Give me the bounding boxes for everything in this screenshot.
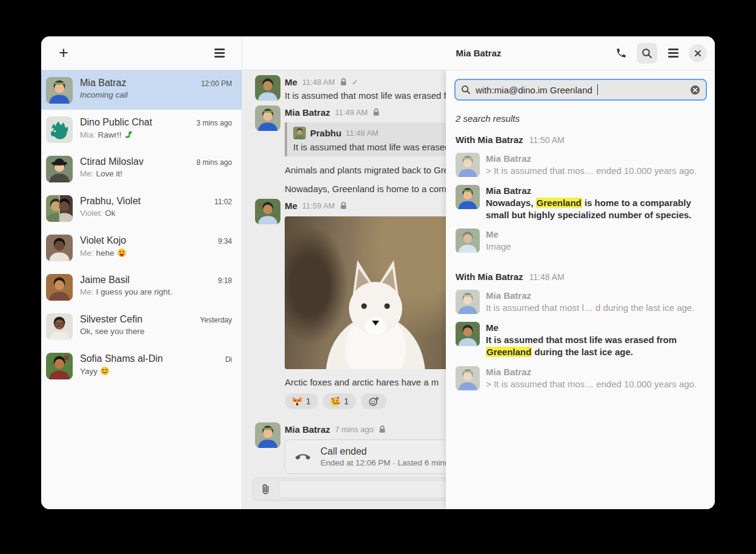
conversation-preview: Yayy (80, 366, 232, 376)
avatar (46, 274, 73, 301)
conversation-preview: Me:hehe (80, 248, 232, 258)
result-sender: Me (486, 229, 706, 241)
desktop: { "window": { "title": "Mia Batraz" }, "… (0, 0, 756, 554)
search-result[interactable]: Mia Batraz It is assumed that most l… d … (454, 287, 707, 317)
message-sender: Mia Batraz (285, 107, 330, 118)
quote-time: 11:48 AM (346, 128, 379, 138)
menu-icon (668, 48, 678, 57)
delivered-check-icon: ✓ (352, 78, 359, 87)
close-button[interactable] (689, 44, 707, 62)
search-input[interactable]: with:mia@dino.im Greenland (454, 79, 707, 101)
dino-emoji (124, 130, 134, 139)
conversation-preview: Me:Love it! (80, 169, 232, 178)
avatar (46, 116, 73, 143)
avatar (456, 229, 480, 253)
conversation-menu-button[interactable] (663, 43, 683, 64)
result-sender: Mia Batraz (486, 366, 706, 378)
search-result[interactable]: Mia Batraz > It is assumed that mos… end… (454, 150, 707, 180)
conversation-time: 9:34 (218, 236, 232, 245)
conversation-row-ctirad-miloslav[interactable]: Ctirad Miloslav8 mins ago Me:Love it! (41, 149, 242, 189)
conversation-time: 12:00 PM (201, 78, 232, 88)
sidebar-menu-button[interactable] (209, 43, 230, 64)
arctic-fox-illustration (285, 216, 466, 369)
clear-search-icon[interactable] (690, 85, 700, 95)
conversation-row-dino-public-chat[interactable]: Dino Public Chat3 mins ago Mia:Rawr!! (41, 110, 242, 149)
attach-file-button[interactable] (253, 478, 279, 500)
conversation-time: Yesterday (200, 315, 232, 324)
conversation-name: Ctirad Miloslav (80, 156, 144, 167)
search-result[interactable]: Mia Batraz Nowadays, Greenland is home t… (454, 182, 707, 224)
add-reaction-icon (368, 396, 379, 407)
avatar (46, 195, 73, 222)
message-sender: Me (285, 201, 297, 211)
avatar (293, 127, 306, 139)
text-cursor (597, 84, 598, 95)
conversation-time: 8 mins ago (196, 157, 232, 167)
search-result[interactable]: Me Image (454, 225, 707, 256)
avatar (46, 235, 73, 261)
tongue-emoji (117, 248, 127, 258)
conversation-name: Jaime Basil (80, 275, 130, 285)
conversation-name: Prabhu, Violet (80, 196, 141, 207)
result-text: > It is assumed that mos… ended 10.000 y… (486, 378, 706, 390)
avatar (255, 422, 280, 448)
result-text: It is assumed that most life was erased … (486, 334, 706, 358)
avatar (46, 313, 73, 340)
arctic-fox-photo[interactable] (285, 216, 466, 369)
conversation-preview: Ok, see you there (80, 327, 232, 336)
conversation-name: Dino Public Chat (80, 117, 152, 128)
sidebar-headerbar: + (41, 36, 242, 70)
result-sender: Mia Batraz (486, 153, 706, 165)
conversation-time: 9:18 (218, 275, 232, 285)
reaction-fox[interactable]: 1 (285, 393, 318, 409)
result-text: Nowadays, Greenland is home to a compara… (486, 197, 706, 221)
message-sender: Me (285, 77, 297, 87)
menu-icon (214, 48, 225, 57)
reaction-count: 1 (344, 396, 349, 406)
conversation-preview: Violet:Ok (80, 209, 232, 218)
phone-icon (615, 47, 627, 59)
start-conversation-button[interactable]: + (53, 43, 74, 64)
encryption-lock-icon (379, 425, 386, 433)
avatar (456, 322, 480, 346)
conversation-time: 3 mins ago (196, 118, 232, 127)
quote-sender: Prabhu (310, 128, 342, 138)
conversation-row-silvester-cefin[interactable]: Silvester CefinYesterday Ok, see you the… (41, 307, 242, 346)
call-status: Call ended (320, 446, 460, 457)
app-body: Mia Batraz12:00 PM Incoming call Dino Pu… (41, 70, 715, 509)
avatar (456, 153, 480, 177)
avatar (255, 105, 280, 131)
result-sender: Mia Batraz (486, 290, 706, 302)
conversation-row-jaime-basil[interactable]: Jaime Basil9:18 Me:I guess you are right… (41, 267, 242, 307)
call-details: Ended at 12:06 PM · Lasted 6 minutes (320, 458, 460, 467)
conversation-row-prabhu-violet[interactable]: Prabhu, Violet11:02 Violet:Ok (41, 189, 242, 228)
avatar (46, 156, 73, 182)
conversation-row-mia-batraz[interactable]: Mia Batraz12:00 PM Incoming call (41, 70, 242, 110)
hearts-face-emoji (330, 396, 340, 407)
search-result[interactable]: Mia Batraz > It is assumed that mos… end… (454, 363, 707, 393)
reaction-hearts-face[interactable]: 1 (323, 393, 356, 409)
search-toggle-button[interactable] (637, 43, 657, 64)
conversation-time: 11:02 (214, 196, 232, 206)
headerbar: + Mia Batraz (41, 36, 715, 70)
avatar (456, 290, 480, 314)
encryption-lock-icon (340, 78, 347, 86)
conversation-row-sofia-shams-al-din[interactable]: Sofia Shams al-DinDi Yayy (41, 346, 242, 385)
message-time: 7 mins ago (335, 425, 374, 434)
match-highlight: Greenland (486, 347, 532, 357)
search-result[interactable]: Me It is assumed that most life was eras… (454, 319, 707, 361)
encryption-lock-icon (373, 108, 380, 116)
conversation-row-violet-kojo[interactable]: Violet Kojo9:34 Me:hehe (41, 228, 242, 267)
add-reaction-button[interactable] (361, 393, 386, 409)
conversation-name: Violet Kojo (80, 235, 126, 246)
conversation-list: Mia Batraz12:00 PM Incoming call Dino Pu… (41, 70, 242, 509)
conversation-name: Sofia Shams al-Din (80, 353, 163, 364)
paperclip-icon (260, 483, 271, 495)
message-time: 11:48 AM (302, 78, 335, 87)
message-time: 11:49 AM (335, 108, 368, 117)
call-button[interactable] (611, 43, 631, 64)
conversation-preview: Me:I guess you are right. (80, 287, 232, 296)
search-icon (461, 85, 471, 95)
match-highlight: Greenland (536, 198, 582, 208)
result-text: It is assumed that most l… d during the … (486, 302, 706, 314)
